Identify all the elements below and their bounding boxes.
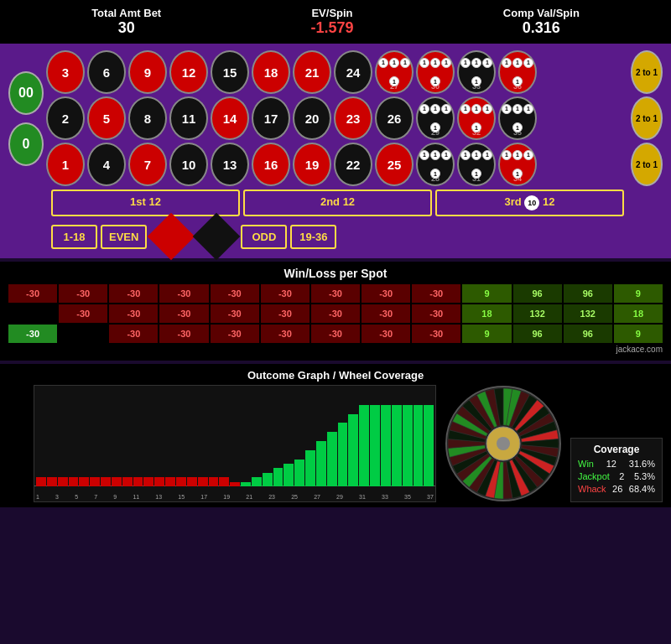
x-label: 3 — [55, 494, 59, 500]
wl-cell-1-0 — [8, 304, 57, 323]
one-18-bet[interactable]: 1-18 — [51, 225, 97, 249]
two-to-one-1[interactable]: 2 to 1 — [631, 96, 663, 140]
bar-34 — [403, 405, 413, 486]
wl-cell-0-9: 9 — [462, 284, 511, 303]
wl-cell-0-11: 96 — [564, 284, 612, 303]
even-bet[interactable]: EVEN — [101, 225, 147, 249]
number-5[interactable]: 5 — [87, 96, 126, 140]
bar-13 — [176, 477, 186, 486]
nineteen-36-bet[interactable]: 19-36 — [290, 225, 336, 249]
bar-17 — [219, 477, 229, 486]
bar-20 — [252, 477, 262, 486]
number-9[interactable]: 9 — [128, 50, 167, 94]
number-28[interactable]: 111128 — [416, 143, 455, 186]
x-label: 29 — [336, 494, 343, 500]
coverage-whack-num: 26 — [612, 484, 622, 494]
number-24[interactable]: 24 — [334, 50, 372, 94]
third-12-prefix: 3r — [505, 195, 515, 208]
table-area: 00 0 36912151821241111271111301111331111… — [0, 44, 671, 258]
number-10[interactable]: 10 — [169, 143, 208, 186]
number-2[interactable]: 2 — [46, 96, 85, 140]
number-29[interactable]: 111129 — [416, 96, 455, 140]
main-grid: 3691215182124111127111130111133111136258… — [46, 50, 628, 186]
number-6[interactable]: 6 — [87, 50, 126, 94]
number-34[interactable]: 111134 — [498, 143, 537, 186]
two-to-one-2[interactable]: 2 to 1 — [631, 143, 663, 186]
comp-val-value: 0.316 — [503, 19, 580, 37]
number-7[interactable]: 7 — [128, 143, 167, 186]
wl-cell-0-8: -30 — [412, 284, 460, 303]
number-8[interactable]: 8 — [128, 96, 167, 140]
number-4[interactable]: 4 — [87, 143, 126, 186]
number-33[interactable]: 111133 — [457, 50, 496, 94]
wl-cell-2-3: -30 — [159, 325, 208, 343]
double-zero[interactable]: 00 — [8, 71, 44, 115]
wl-cell-1-12: 18 — [614, 304, 663, 323]
grid-row-2: 147101316192225111128111131111134 — [46, 143, 628, 186]
graph-bars — [34, 386, 435, 486]
wl-cell-2-2: -30 — [109, 325, 158, 343]
x-label: 31 — [359, 494, 366, 500]
second-12-bet[interactable]: 2nd 12 — [243, 190, 432, 216]
bar-5 — [90, 477, 100, 486]
number-16[interactable]: 16 — [252, 143, 290, 186]
number-15[interactable]: 15 — [211, 50, 249, 94]
winloss-grid: -30-30-30-30-30-30-30-30-30996969-30-30-… — [8, 284, 663, 343]
coverage-jackpot-num: 2 — [619, 471, 624, 481]
number-11[interactable]: 11 — [169, 96, 208, 140]
number-19[interactable]: 19 — [293, 143, 331, 186]
black-diamond[interactable] — [193, 213, 241, 261]
first-12-bet[interactable]: 1st 12 — [51, 190, 240, 216]
bar-9 — [133, 477, 143, 486]
number-31[interactable]: 111131 — [457, 143, 496, 186]
number-23[interactable]: 23 — [334, 96, 372, 140]
number-22[interactable]: 22 — [334, 143, 372, 186]
number-27[interactable]: 111127 — [375, 50, 414, 94]
number-20[interactable]: 20 — [293, 96, 331, 140]
bar-31 — [370, 405, 380, 486]
bar-21 — [263, 473, 273, 486]
wl-cell-0-10: 96 — [513, 284, 562, 303]
number-30[interactable]: 111130 — [416, 50, 455, 94]
number-18[interactable]: 18 — [252, 50, 290, 94]
number-17[interactable]: 17 — [252, 96, 290, 140]
total-amt-label: Total Amt Bet — [91, 7, 161, 19]
third-12-suffix: 12 — [543, 195, 554, 208]
third-12-chip-token: 10 — [524, 195, 539, 210]
bar-10 — [143, 477, 153, 486]
number-26[interactable]: 26 — [375, 96, 414, 140]
bar-0 — [36, 477, 46, 486]
red-diamond[interactable] — [148, 213, 195, 261]
number-32[interactable]: 111132 — [457, 96, 496, 140]
number-12[interactable]: 12 — [169, 50, 208, 94]
number-25[interactable]: 25 — [375, 143, 414, 186]
number-36[interactable]: 111136 — [498, 50, 537, 94]
bar-29 — [348, 414, 358, 486]
wl-cell-0-1: -30 — [59, 284, 107, 303]
bar-28 — [338, 423, 348, 486]
odd-bet[interactable]: ODD — [241, 225, 287, 249]
x-label: 21 — [246, 494, 252, 500]
wl-cell-0-6: -30 — [311, 284, 360, 303]
bar-2 — [58, 477, 68, 486]
two-to-one-0[interactable]: 2 to 1 — [631, 50, 663, 94]
number-13[interactable]: 13 — [211, 143, 249, 186]
number-35[interactable]: 111135 — [498, 96, 537, 140]
wl-cell-2-9: 9 — [462, 325, 511, 343]
wl-cell-0-12: 9 — [614, 284, 663, 303]
ev-spin-label: EV/Spin — [310, 7, 353, 19]
bar-16 — [209, 477, 219, 486]
number-1[interactable]: 1 — [46, 143, 85, 186]
bar-25 — [305, 450, 315, 486]
third-12-bet[interactable]: 3rd 10 12 — [435, 190, 624, 216]
coverage-win-pct: 31.6% — [629, 459, 655, 469]
single-zero[interactable]: 0 — [8, 122, 44, 166]
wl-cell-2-5: -30 — [261, 325, 309, 343]
number-14[interactable]: 14 — [211, 96, 249, 140]
bar-8 — [122, 477, 133, 486]
wl-cell-1-11: 132 — [564, 304, 612, 323]
number-21[interactable]: 21 — [293, 50, 331, 94]
bar-23 — [283, 464, 294, 486]
number-3[interactable]: 3 — [46, 50, 85, 94]
winloss-section: Win/Loss per Spot -30-30-30-30-30-30-30-… — [0, 262, 671, 361]
